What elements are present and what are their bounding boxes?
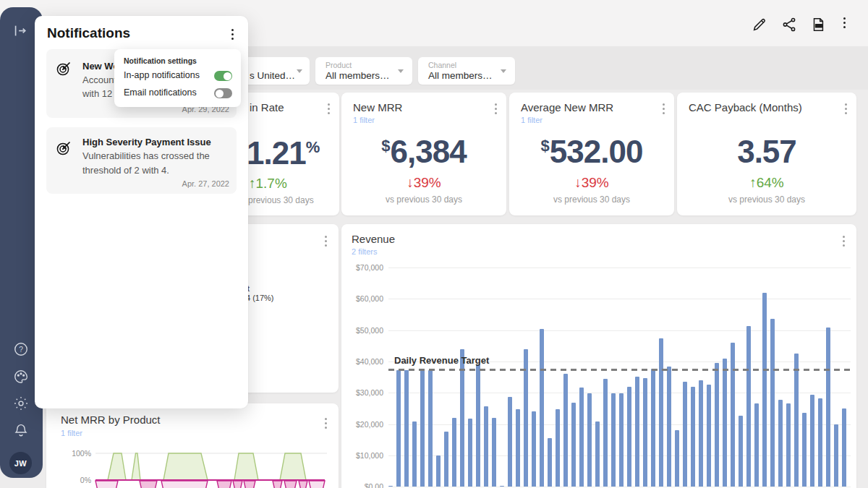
- revenue-bar: [635, 377, 640, 487]
- notification-body-line: with 12: [82, 87, 112, 101]
- revenue-bar: [476, 364, 481, 487]
- revenue-bar: [786, 403, 791, 487]
- filter-channel-label: Channel: [428, 61, 456, 69]
- revenue-bar: [404, 370, 409, 487]
- revenue-bar: [540, 329, 545, 487]
- chevron-down-icon: [297, 69, 302, 73]
- revenue-bar: [651, 369, 656, 487]
- kpi-subtitle: vs previous 30 days: [509, 194, 674, 205]
- y-tick-label: $60,000: [347, 294, 383, 303]
- notifications-more-button[interactable]: [231, 29, 234, 40]
- kpi-card-more-button[interactable]: [328, 103, 330, 114]
- kpi-value: 1.21%: [247, 137, 320, 169]
- chevron-down-icon: [501, 69, 506, 73]
- revenue-bar: [619, 393, 624, 487]
- revenue-bar: [659, 338, 664, 487]
- theme-palette-icon[interactable]: [13, 369, 29, 385]
- kpi-value: $532.00: [509, 136, 674, 168]
- revenue-bar: [818, 398, 823, 487]
- expand-sidebar-icon[interactable]: [12, 23, 28, 39]
- share-button[interactable]: [781, 17, 797, 33]
- filter-channel[interactable]: Channel All members…: [418, 57, 515, 85]
- in-app-notifications-toggle[interactable]: [214, 71, 232, 81]
- dashboard-screen: PDF s United… Product All members… Chann…: [0, 0, 868, 488]
- kpi-subtitle: previous 30 days: [248, 195, 314, 205]
- card-more-button[interactable]: [325, 236, 327, 247]
- help-icon[interactable]: ?: [13, 341, 29, 357]
- revenue-bar: [794, 354, 799, 487]
- user-avatar[interactable]: JW: [9, 452, 32, 474]
- pdf-file-icon: PDF: [810, 17, 826, 33]
- kpi-title: Average New MRR: [521, 101, 613, 114]
- revenue-bar: [739, 416, 744, 487]
- revenue-bar: [508, 397, 513, 487]
- revenue-bar: [468, 419, 473, 487]
- notifications-bell-icon[interactable]: [13, 422, 29, 438]
- revenue-bar: [643, 378, 648, 487]
- gridline: [388, 267, 851, 268]
- kpi-title-fragment: in Rate: [250, 101, 284, 114]
- goal-target-icon: [56, 140, 72, 156]
- revenue-bar: [563, 374, 569, 487]
- kpi-title: CAC Payback (Months): [689, 101, 802, 114]
- export-pdf-button[interactable]: PDF: [810, 17, 826, 33]
- revenue-bar: [516, 409, 521, 487]
- kpi-subtitle: vs previous 30 days: [341, 194, 506, 205]
- kpi-card-more-button[interactable]: [495, 103, 497, 114]
- revenue-bar: [627, 387, 632, 487]
- filter-product[interactable]: Product All members…: [315, 57, 412, 85]
- revenue-bar: [436, 455, 441, 487]
- notification-body-line: Account: [82, 73, 116, 87]
- revenue-bar: [683, 382, 688, 487]
- filter-channel-value: All members…: [428, 70, 493, 81]
- revenue-bar: [484, 406, 489, 487]
- notification-item[interactable]: High Severity Payment Issue Vulnerabilit…: [46, 127, 237, 194]
- revenue-bar: [802, 413, 807, 487]
- kpi-card-more-button[interactable]: [663, 103, 665, 114]
- card-more-button[interactable]: [325, 418, 327, 429]
- revenue-bar: [492, 418, 497, 487]
- revenue-bar: [532, 411, 537, 487]
- in-app-notifications-label: In-app notifications: [124, 70, 200, 80]
- notifications-title: Notifications: [47, 25, 130, 41]
- kpi-subtitle: vs previous 30 days: [677, 194, 856, 205]
- email-notifications-toggle[interactable]: [214, 88, 232, 98]
- kpi-delta: ↓39%: [509, 175, 674, 191]
- card-more-button[interactable]: [843, 236, 845, 247]
- notifications-panel: Notifications New We Account with 12 Apr…: [35, 16, 248, 408]
- notification-title: New We: [82, 61, 119, 72]
- toggle-knob: [224, 72, 231, 80]
- filter-product-label: Product: [326, 61, 352, 69]
- kpi-card-more-button[interactable]: [845, 103, 847, 114]
- revenue-chart-card: Revenue 2 filters $70,000$60,000$50,000$…: [341, 224, 856, 488]
- revenue-bar: [579, 388, 584, 487]
- y-tick-label: $40,000: [347, 357, 383, 366]
- settings-gear-icon[interactable]: [13, 395, 29, 411]
- toggle-knob: [216, 90, 224, 98]
- kpi-delta: ↑64%: [677, 175, 856, 191]
- revenue-bar: [746, 326, 752, 487]
- notification-settings-popup: Notification settings In-app notificatio…: [114, 49, 241, 107]
- edit-button[interactable]: [752, 17, 767, 33]
- kpi-card-new-mrr: New MRR 1 filter $6,384 ↓39% vs previous…: [341, 93, 506, 215]
- kpi-filters-link[interactable]: 1 filter: [521, 116, 542, 124]
- revenue-bar: [707, 385, 712, 487]
- pencil-icon: [752, 17, 767, 33]
- kpi-card-average-new-mrr: Average New MRR 1 filter $532.00 ↓39% vs…: [509, 93, 674, 215]
- net-mrr-area-chart: [46, 447, 339, 488]
- revenue-bar: [675, 430, 680, 487]
- svg-text:PDF: PDF: [816, 24, 822, 27]
- kpi-value: 3.57: [677, 136, 856, 168]
- revenue-bar: [412, 421, 417, 487]
- net-mrr-chart-card: Net MRR by Product 1 filter 100% 0%: [46, 403, 339, 488]
- revenue-bar: [754, 403, 760, 487]
- filter-country-value: s United…: [250, 70, 295, 81]
- daily-revenue-target-line: [388, 369, 851, 371]
- kpi-filters-link[interactable]: 1 filter: [353, 116, 375, 124]
- y-tick-label: $50,000: [347, 326, 383, 335]
- revenue-bar: [556, 409, 561, 487]
- chart-filters-link[interactable]: 2 filters: [352, 247, 377, 256]
- chart-filters-link[interactable]: 1 filter: [61, 429, 82, 437]
- y-tick-label: $20,000: [347, 420, 383, 429]
- header-more-button[interactable]: [843, 17, 846, 28]
